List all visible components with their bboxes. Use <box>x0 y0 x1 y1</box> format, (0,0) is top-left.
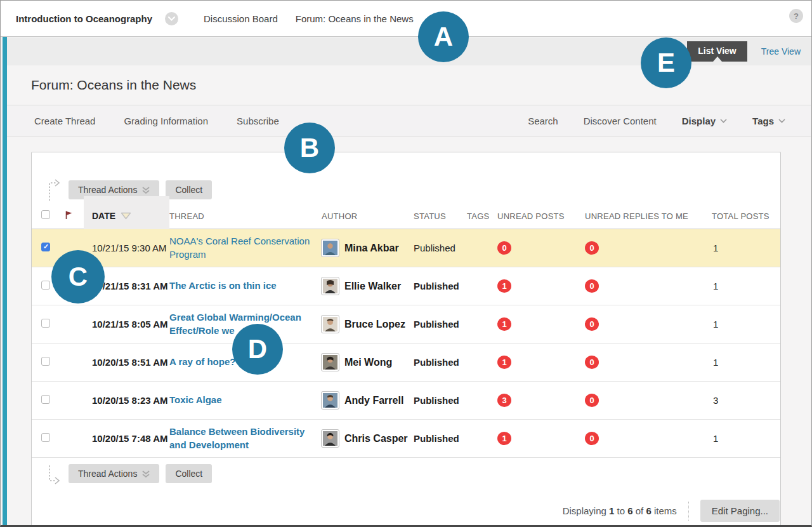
callout-a: A <box>418 11 469 62</box>
column-header-thread[interactable]: THREAD <box>169 211 322 221</box>
row-checkbox[interactable] <box>41 319 50 328</box>
search-button[interactable]: Search <box>528 116 558 126</box>
thread-actions-label: Thread Actions <box>78 469 137 479</box>
tree-view-button[interactable]: Tree View <box>761 46 801 57</box>
column-header-status[interactable]: STATUS <box>414 211 467 221</box>
unread-posts-badge: 1 <box>497 356 511 369</box>
unread-replies-badge: 0 <box>585 241 599 255</box>
main-content: Thread Actions Collect <box>7 137 811 525</box>
unread-replies-badge: 0 <box>585 394 599 407</box>
thread-status: Published <box>414 357 467 368</box>
paging-start: 1 <box>609 505 614 516</box>
column-header-total-posts[interactable]: TOTAL POSTS <box>712 211 780 221</box>
thread-title-line2: Effect/Role we <box>169 325 235 336</box>
thread-date: 10/21/15 8:05 AM <box>84 319 169 330</box>
column-header-unread-replies[interactable]: UNREAD REPLIES TO ME <box>585 211 712 221</box>
display-menu-button[interactable]: Display <box>682 116 727 126</box>
thread-title-line1: Great Global Warming/Ocean <box>169 312 301 323</box>
select-all-checkbox[interactable] <box>41 210 50 219</box>
unread-posts-badge: 0 <box>497 241 511 255</box>
callout-c: C <box>51 250 105 304</box>
thread-link[interactable]: The Arctic is on thin ice <box>169 279 277 292</box>
breadcrumb-course-name[interactable]: Introduction to Oceanography <box>16 13 152 24</box>
double-chevron-down-icon <box>142 187 150 194</box>
unread-posts-badge: 1 <box>497 317 511 331</box>
row-checkbox[interactable] <box>41 243 50 251</box>
author-name: Chris Casper <box>344 433 408 444</box>
forum-page: Introduction to Oceanography Discussion … <box>0 0 812 527</box>
tags-menu-button[interactable]: Tags <box>752 116 785 126</box>
thread-link[interactable]: NOAA's Coral Reef ConservationProgram <box>169 235 310 261</box>
paging-end: 6 <box>627 505 632 516</box>
thread-title-line2: Program <box>169 249 206 260</box>
table-row: 10/21/15 9:30 AM NOAA's Coral Reef Conse… <box>32 229 780 267</box>
total-posts: 1 <box>712 281 780 291</box>
total-posts: 3 <box>712 395 780 406</box>
tags-menu-label: Tags <box>752 116 774 126</box>
chevron-down-icon <box>778 119 785 123</box>
select-all-arrow-icon <box>46 178 63 202</box>
avatar <box>322 239 339 257</box>
author-name: Mei Wong <box>344 357 392 368</box>
author-name: Mina Akbar <box>344 243 399 254</box>
row-checkbox[interactable] <box>41 433 50 442</box>
list-view-button[interactable]: List View <box>687 41 747 62</box>
row-checkbox[interactable] <box>41 281 50 290</box>
course-accent-bar <box>3 37 7 525</box>
paging-to: to <box>617 505 625 516</box>
create-thread-button[interactable]: Create Thread <box>34 116 95 126</box>
avatar <box>322 430 339 447</box>
thread-title-line1: Balance Between Biodiversity <box>169 426 304 437</box>
unread-replies-badge: 0 <box>585 432 599 445</box>
avatar <box>322 392 339 409</box>
column-header-date[interactable]: DATE <box>84 203 169 229</box>
sort-descending-icon <box>121 212 131 220</box>
collect-button[interactable]: Collect <box>166 464 212 483</box>
column-header-unread-posts[interactable]: UNREAD POSTS <box>497 211 585 221</box>
discover-content-button[interactable]: Discover Content <box>584 116 657 126</box>
total-posts: 1 <box>712 319 780 330</box>
edit-paging-button[interactable]: Edit Paging... <box>700 500 780 522</box>
subscribe-button[interactable]: Subscribe <box>237 116 279 126</box>
breadcrumb-current-forum: Forum: Oceans in the News <box>296 13 414 24</box>
chevron-down-icon <box>168 17 175 21</box>
author-name: Bruce Lopez <box>344 319 405 330</box>
grading-information-button[interactable]: Grading Information <box>124 116 208 126</box>
callout-b: B <box>284 123 335 173</box>
row-checkbox[interactable] <box>41 357 50 366</box>
thread-link[interactable]: Balance Between Biodiversityand Developm… <box>169 425 304 451</box>
select-all-arrow-icon <box>46 464 63 486</box>
paging-total: 6 <box>646 505 651 516</box>
thread-link[interactable]: Toxic Algae <box>169 394 222 406</box>
paging-prefix: Displaying <box>563 505 606 516</box>
collect-label: Collect <box>175 469 202 479</box>
breadcrumb-discussion-board[interactable]: Discussion Board <box>204 13 278 24</box>
collect-label: Collect <box>175 185 202 195</box>
course-menu-button[interactable] <box>165 12 178 25</box>
bulk-actions-bottom: Thread Actions Collect <box>32 458 780 483</box>
thread-status: Published <box>414 243 467 253</box>
column-header-tags[interactable]: TAGS <box>467 211 497 221</box>
table-row: 10/20/15 8:51 AM A ray of hope? Mei Wong… <box>32 344 780 382</box>
thread-link[interactable]: A ray of hope? <box>169 356 235 368</box>
paging-of: of <box>636 505 644 516</box>
thread-status: Published <box>414 433 467 444</box>
thread-date: 10/20/15 8:23 AM <box>84 395 169 406</box>
thread-link[interactable]: Great Global Warming/OceanEffect/Role we <box>169 311 301 337</box>
thread-status: Published <box>414 319 467 330</box>
callout-d: D <box>232 324 283 375</box>
avatar <box>322 277 339 295</box>
row-checkbox[interactable] <box>41 395 50 404</box>
help-icon[interactable]: ? <box>789 9 803 23</box>
double-chevron-down-icon <box>142 470 150 477</box>
thread-date: 10/21/15 9:30 AM <box>84 243 169 253</box>
author-name: Ellie Walker <box>344 281 401 292</box>
thread-date: 10/20/15 8:51 AM <box>84 357 169 368</box>
avatar <box>322 316 339 333</box>
thread-actions-button[interactable]: Thread Actions <box>69 464 159 483</box>
unread-replies-badge: 0 <box>585 317 599 331</box>
column-header-author[interactable]: AUTHOR <box>322 211 414 221</box>
collect-button[interactable]: Collect <box>166 180 212 199</box>
date-header-label: DATE <box>92 211 115 221</box>
table-row: 10/21/15 8:31 AM The Arctic is on thin i… <box>32 267 780 305</box>
